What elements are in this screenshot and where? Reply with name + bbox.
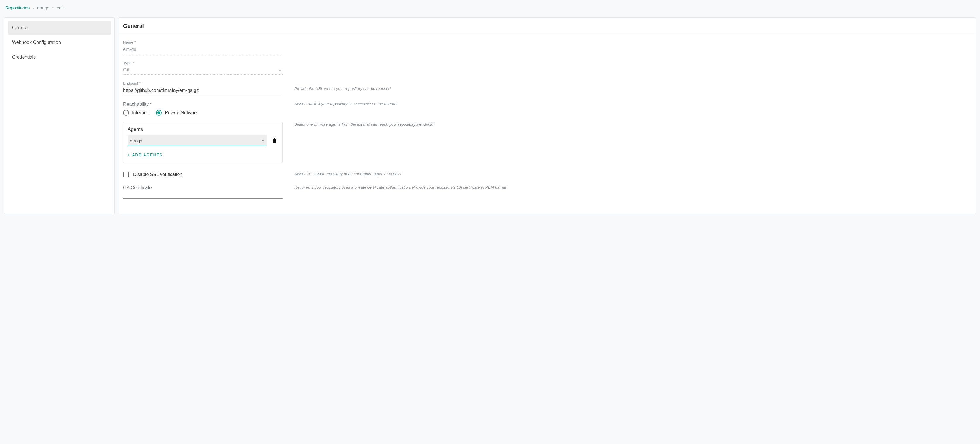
breadcrumb-sep-1: › [31,5,36,10]
disable-ssl-label: Disable SSL verification [133,172,182,177]
svg-rect-0 [273,139,276,143]
agents-hint: Select one or more agents from the list … [294,122,434,126]
ca-cert-label: CA Certificate [123,185,283,190]
sidebar-item-label: General [12,25,29,30]
type-label: Type * [123,61,283,65]
main-panel: General Name * Type * [119,17,976,214]
agent-select[interactable]: em-gs [127,135,267,146]
type-select [123,66,283,75]
agent-selected-value: em-gs [130,138,142,143]
disable-ssl-checkbox[interactable] [123,172,129,177]
svg-rect-1 [272,139,277,139]
endpoint-hint: Provide the URL where your repository ca… [294,81,391,91]
breadcrumb-sep-2: › [51,5,56,10]
page-title: General [123,23,972,29]
plus-icon: + [127,153,130,157]
name-field [123,46,283,54]
radio-label: Internet [132,110,148,115]
agents-card: Agents em-gs [123,122,283,163]
agents-title: Agents [127,126,278,133]
sidebar-item-general[interactable]: General [8,21,111,35]
radio-icon [156,110,162,116]
endpoint-label: Endpoint * [123,81,283,86]
chevron-down-icon [261,140,264,141]
add-agents-button[interactable]: + ADD AGENTS [127,153,163,157]
sidebar-item-webhook-configuration[interactable]: Webhook Configuration [8,36,111,49]
sidebar-item-label: Webhook Configuration [12,40,61,45]
sidebar: General Webhook Configuration Credential… [4,17,115,214]
ca-cert-field[interactable] [123,190,283,198]
reachability-option-internet[interactable]: Internet [123,110,148,116]
trash-icon [272,138,277,144]
sidebar-item-credentials[interactable]: Credentials [8,50,111,64]
breadcrumb: Repositories › em-gs › edit [5,5,976,10]
breadcrumb-action: edit [57,5,64,10]
ssl-hint: Select this if your repository does not … [294,172,401,176]
endpoint-field[interactable] [123,87,283,95]
reachability-option-private-network[interactable]: Private Network [156,110,198,116]
main-header: General [119,18,975,34]
radio-label: Private Network [165,110,198,115]
reachability-label: Reachability * [123,102,283,107]
breadcrumb-root[interactable]: Repositories [5,5,30,10]
add-agents-label: ADD AGENTS [132,153,163,157]
delete-agent-button[interactable] [270,137,278,145]
reachability-hint: Select Public if your repository is acce… [294,102,398,106]
name-label: Name * [123,40,283,45]
ca-hint: Required if your repository uses a priva… [294,185,506,190]
sidebar-item-label: Credentials [12,54,36,59]
svg-rect-2 [274,138,275,139]
breadcrumb-item: em-gs [37,5,49,10]
radio-icon [123,110,129,116]
